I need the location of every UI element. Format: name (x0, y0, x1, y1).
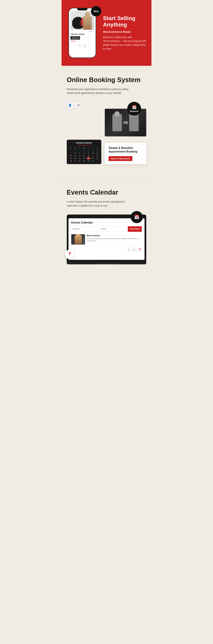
boxing-glove-icon (72, 17, 84, 29)
make-appointment-button[interactable]: Make an Appoinment (109, 156, 132, 161)
search-input[interactable]: Search (100, 226, 127, 232)
cal-day-22: 22 (82, 157, 86, 160)
cal-day-11: 11 (95, 152, 99, 154)
laptop-mockup: 📅 Events Calendar Events In Search Find … (67, 214, 146, 264)
calendar-view-icon[interactable]: 📅 (138, 248, 142, 252)
fighters: VS (112, 114, 139, 131)
cal-day-3: 3 (91, 150, 95, 152)
laptop-base (67, 262, 146, 264)
booking-description: Streamline your appointment scheduling r… (67, 87, 129, 95)
cal-header-t1: T (78, 148, 82, 149)
cal-day-31: 31 (91, 160, 95, 162)
screen-bottom-icons: ☰ ⊞ 📅 (71, 246, 142, 252)
events-title: Events Calendar (67, 189, 146, 196)
cal-day-28: 28 (78, 160, 82, 162)
grid-view-icon[interactable]: ⊞ (132, 248, 136, 252)
booked-badge-label: Booked (130, 110, 138, 112)
cal-day-15: 15 (82, 154, 86, 157)
events-section: Events Calendar A solid, feature-rich ca… (61, 178, 152, 274)
list-view-icon[interactable]: ☰ (127, 248, 131, 252)
cal-day-7: 7 (78, 152, 82, 154)
phone-outer: Jackets Woman Jacket Buy Now $8.00 ♡ 🛒 (68, 8, 96, 58)
events-badge: 📅 (131, 211, 143, 223)
booking-section: Online Booking System Streamline your ap… (61, 66, 152, 178)
cal-day-19: 19 (69, 157, 73, 160)
cal-header-s2: S (95, 148, 99, 149)
venue-description: Become a sustaining member by making reg… (87, 238, 142, 242)
person-silhouette (83, 16, 92, 30)
calendar-grid: S M T W T F S 1 2 3 4 5 6 7 8 9 (69, 148, 99, 162)
events-in-label: Events In (73, 228, 80, 230)
event-info: Best Venues Become a sustaining member b… (87, 234, 142, 244)
wishlist-icon[interactable]: ♡ (78, 44, 82, 48)
woo-description: Build your online store with WooCommerce… (103, 35, 146, 51)
booking-toolbar: 👤 ⊞ (67, 102, 82, 108)
phone-actions: ♡ 🛒 (70, 43, 94, 48)
calendar-month: November 2018 (69, 144, 99, 146)
screen-content: Events Calendar Events In Search Find Ev… (68, 218, 145, 254)
fighter-left (112, 114, 122, 131)
booked-badge: 📅 Booked (127, 102, 141, 116)
cal-day-12: 12 (69, 154, 73, 157)
cal-day-empty (78, 150, 82, 152)
cal-day-4: 4 (95, 150, 99, 152)
cal-header-m: M (73, 148, 77, 149)
cal-day-18: 18 (95, 154, 99, 157)
cal-day-empty (73, 150, 77, 152)
events-in-input[interactable]: Events In (71, 226, 99, 232)
cal-day-1: 1 (82, 150, 86, 152)
boxing-img-bg: VS (105, 109, 146, 136)
laptop-camera (106, 216, 107, 217)
woo-subtitle: WooCommerce Ready (103, 30, 146, 33)
cal-day-2: 2 (86, 150, 90, 152)
events-description: A solid, feature-rich calendar and event… (67, 200, 129, 208)
cal-day-6: 6 (73, 152, 77, 154)
cal-day-24: 24 (91, 157, 95, 160)
cal-header-s1: S (69, 148, 73, 149)
event-person (75, 235, 82, 244)
screen-title: Events Calendar (71, 221, 142, 224)
phone-notch (77, 8, 87, 10)
cal-day-9: 9 (86, 152, 90, 154)
appointment-card: Simple & Beautiful Appointment Booking M… (105, 143, 146, 164)
cart-icon[interactable]: 🛒 (83, 44, 87, 48)
product-category-label: Jackets (70, 30, 94, 32)
fighter-right (129, 114, 139, 131)
buy-now-button[interactable]: Buy Now (70, 36, 80, 40)
login-icon[interactable]: ⊞ (75, 102, 82, 108)
event-card-row: Best Venues Become a sustaining member b… (71, 234, 142, 244)
woo-section: Jackets Woman Jacket Buy Now $8.00 ♡ 🛒 W… (61, 0, 152, 66)
cal-day-empty (95, 160, 99, 162)
cal-day-21: 21 (78, 157, 82, 160)
cal-day-5: 5 (69, 152, 73, 154)
woo-main-title: Start Selling Anything (103, 15, 146, 28)
calendar-title: Booked Calendar (69, 142, 99, 144)
woo-logo-badge: Woo (91, 6, 101, 16)
cal-day-10: 10 (91, 152, 95, 154)
search-label: Search (101, 228, 107, 230)
product-image (70, 11, 94, 30)
cal-day-13: 13 (73, 154, 77, 157)
cal-day-16: 16 (86, 154, 90, 157)
find-events-button[interactable]: Find Events (128, 226, 142, 232)
venue-title: Best Venues (87, 234, 142, 237)
phone-screen: Jackets Woman Jacket Buy Now $8.00 ♡ 🛒 (69, 8, 96, 58)
product-name-label: Woman Jacket (70, 33, 94, 36)
cal-day-27: 27 (73, 160, 77, 162)
cal-header-t2: T (86, 148, 90, 149)
cal-day-empty (69, 150, 73, 152)
cal-header-w: W (82, 148, 86, 149)
woo-text-content: Start Selling Anything WooCommerce Ready… (103, 15, 146, 51)
user-icon[interactable]: 👤 (67, 102, 73, 108)
maps-pin-icon: 📍 (67, 252, 72, 256)
event-thumbnail (71, 234, 85, 244)
google-maps-badge: 📍 (65, 250, 74, 259)
cal-day-25: 25 (95, 157, 99, 160)
booking-title: Online Booking System (67, 76, 146, 84)
cal-day-23: 23 (86, 157, 90, 160)
booking-demo: 👤 ⊞ 📅 Booked VS Booked Calendar November… (67, 102, 146, 168)
laptop-screen: Events Calendar Events In Search Find Ev… (68, 218, 145, 260)
boxing-image-card: VS (105, 109, 146, 136)
cal-day-30: 30 (86, 160, 90, 162)
cal-day-8: 8 (82, 152, 86, 154)
